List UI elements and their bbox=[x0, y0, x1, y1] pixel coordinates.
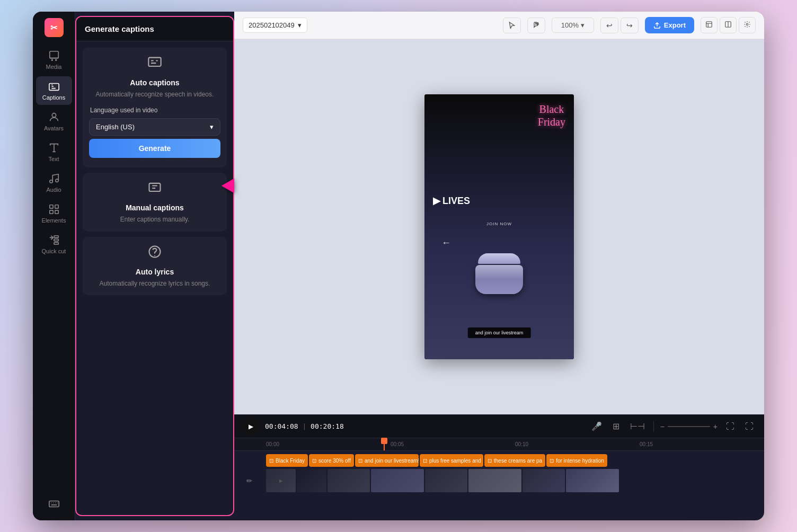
edit-track-btn[interactable]: ✏ bbox=[244, 475, 254, 487]
sidebar-item-text[interactable]: Text bbox=[36, 138, 72, 166]
timeline-zoom: − + bbox=[660, 422, 718, 431]
zoom-out-icon[interactable]: − bbox=[660, 422, 665, 431]
play-button[interactable]: ▶ bbox=[243, 419, 259, 435]
svg-point-1 bbox=[51, 59, 52, 60]
auto-captions-desc: Automatically recognize speech in videos… bbox=[96, 90, 214, 99]
jar-lid bbox=[478, 253, 520, 264]
zoom-in-icon[interactable]: + bbox=[713, 422, 718, 431]
app-logo: ✂ bbox=[45, 18, 64, 37]
svg-point-6 bbox=[55, 179, 58, 182]
cc-icon: ⊡ bbox=[550, 458, 554, 464]
manual-captions-card[interactable]: Manual captions Enter captions manually. bbox=[83, 173, 227, 232]
fit-view-btn[interactable]: ⛶ bbox=[724, 420, 737, 433]
svg-rect-8 bbox=[55, 205, 58, 208]
sidebar-item-elements[interactable]: Elements bbox=[36, 199, 72, 228]
layout-btn-2[interactable] bbox=[720, 17, 737, 33]
video-thumb-1: ▶ bbox=[266, 469, 296, 492]
auto-lyrics-title: Auto lyrics bbox=[136, 268, 174, 276]
video-thumb-3 bbox=[327, 469, 370, 492]
timeline-controls: ▶ 00:04:08 | 00:20:18 🎤 ⊞ ⊢⊣ − + ⛶ ⛶ bbox=[234, 415, 764, 438]
video-preview: BlackFriday ▶LIVES JOIN NOW ← an bbox=[424, 94, 574, 359]
black-friday-text: BlackFriday bbox=[538, 103, 565, 128]
manual-captions-desc: Enter captions manually. bbox=[120, 215, 190, 224]
mic-tool-btn[interactable]: 🎤 bbox=[589, 419, 604, 433]
undo-button[interactable]: ↩ bbox=[600, 17, 618, 33]
video-thumb-8 bbox=[566, 469, 619, 492]
layout-btn-1[interactable] bbox=[701, 17, 718, 33]
generate-button[interactable]: Generate bbox=[89, 139, 220, 158]
video-bg: BlackFriday ▶LIVES JOIN NOW ← an bbox=[424, 94, 574, 359]
sidebar-item-audio[interactable]: Audio bbox=[36, 169, 72, 197]
cc-icon: ⊡ bbox=[312, 458, 316, 464]
caption-chip-1[interactable]: ⊡ score 30% off bbox=[309, 454, 354, 467]
export-button[interactable]: Export bbox=[645, 17, 694, 33]
canvas-area: BlackFriday ▶LIVES JOIN NOW ← an bbox=[234, 39, 764, 414]
cc-icon: ⊡ bbox=[358, 458, 362, 464]
project-name: 202502102049 bbox=[249, 21, 295, 29]
sidebar-label-elements: Elements bbox=[42, 217, 66, 224]
split-tool-btn[interactable]: ⊢⊣ bbox=[628, 419, 647, 433]
caption-chip-2[interactable]: ⊡ and join our livestream! bbox=[355, 454, 419, 467]
svg-rect-15 bbox=[148, 58, 161, 66]
video-track: ✏ ▶ bbox=[234, 468, 764, 493]
video-thumb-7 bbox=[523, 469, 565, 492]
svg-point-5 bbox=[49, 180, 52, 183]
auto-captions-card[interactable]: Auto captions Automatically recognize sp… bbox=[83, 48, 227, 167]
captions-header: Generate captions bbox=[76, 17, 233, 41]
auto-lyrics-icon bbox=[147, 244, 162, 262]
cc-icon: ⊡ bbox=[423, 458, 427, 464]
product-image bbox=[467, 253, 531, 306]
captions-content: Auto captions Automatically recognize sp… bbox=[76, 41, 233, 515]
chevron-down-icon: ▾ bbox=[581, 21, 585, 29]
svg-rect-9 bbox=[49, 210, 52, 214]
auto-captions-title: Auto captions bbox=[130, 78, 179, 87]
caption-chip-5[interactable]: ⊡ for intense hydration bbox=[546, 454, 607, 467]
svg-rect-7 bbox=[49, 205, 52, 208]
manual-captions-title: Manual captions bbox=[126, 203, 184, 212]
sidebar-item-quickcut[interactable]: Quick cut bbox=[36, 230, 72, 259]
cc-icon: ⊡ bbox=[269, 458, 273, 464]
ruler-mark-1: 00:05 bbox=[391, 441, 515, 447]
video-thumb-4 bbox=[371, 469, 424, 492]
language-value: English (US) bbox=[96, 123, 135, 131]
caption-tool-btn[interactable]: ⊞ bbox=[610, 419, 622, 433]
svg-rect-13 bbox=[54, 243, 58, 245]
sidebar-label-avatars: Avatars bbox=[44, 125, 64, 131]
language-select[interactable]: English (US) ▾ bbox=[89, 118, 220, 136]
captions-title: Generate captions bbox=[85, 24, 154, 33]
sidebar-item-media[interactable]: Media bbox=[36, 46, 72, 74]
sidebar-narrow: ✂ Media Captions Avatars bbox=[33, 12, 75, 520]
caption-chip-4[interactable]: ⊡ these creams are pa bbox=[484, 454, 545, 467]
zoom-btn[interactable]: 100% ▾ bbox=[552, 17, 594, 33]
fullscreen-btn[interactable]: ⛶ bbox=[743, 420, 756, 433]
jar-body bbox=[475, 265, 523, 294]
arrow-icon: ← bbox=[441, 237, 451, 249]
language-label: Language used in video bbox=[89, 107, 220, 114]
zoom-slider[interactable] bbox=[668, 426, 710, 427]
sidebar-item-keyboard[interactable] bbox=[36, 494, 72, 514]
app-container: ✂ Media Captions Avatars bbox=[33, 12, 764, 520]
hand-tool-btn[interactable] bbox=[527, 17, 545, 33]
caption-track: ⊡ Black Friday ⊡ score 30% off ⊡ and joi… bbox=[234, 451, 764, 468]
caption-chip-3[interactable]: ⊡ plus free samples and bbox=[420, 454, 483, 467]
pointer-tool-btn[interactable] bbox=[503, 17, 521, 33]
ruler-mark-2: 00:10 bbox=[515, 441, 640, 447]
settings-btn[interactable] bbox=[739, 17, 756, 33]
video-caption-text: and join our livestream bbox=[475, 330, 524, 335]
redo-button[interactable]: ↪ bbox=[621, 17, 639, 33]
svg-rect-10 bbox=[55, 210, 58, 214]
caption-chip-0[interactable]: ⊡ Black Friday bbox=[266, 454, 308, 467]
jar bbox=[473, 253, 526, 296]
svg-rect-12 bbox=[54, 239, 58, 241]
sidebar-item-captions[interactable]: Captions bbox=[36, 76, 72, 105]
auto-lyrics-card[interactable]: Auto lyrics Automatically recognize lyri… bbox=[83, 237, 227, 296]
video-thumb-5 bbox=[425, 469, 467, 492]
timeline-ruler: 00:00 00:05 00:10 00:15 bbox=[234, 438, 764, 451]
sidebar-item-avatars[interactable]: Avatars bbox=[36, 107, 72, 136]
playhead bbox=[384, 438, 385, 450]
project-selector[interactable]: 202502102049 ▾ bbox=[243, 17, 307, 33]
main-area: 202502102049 ▾ 100% ▾ ↩ ↪ bbox=[234, 12, 764, 520]
svg-point-20 bbox=[746, 23, 748, 25]
video-thumb-6 bbox=[468, 469, 521, 492]
svg-point-2 bbox=[55, 59, 56, 60]
